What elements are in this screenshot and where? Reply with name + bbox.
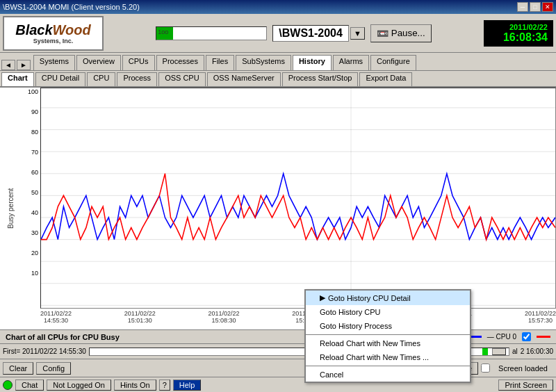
server-section: 1oo \BWS1-2004 ▼ 📼 Pause... [104,24,484,42]
scroll-thumb[interactable] [492,348,506,355]
nav-forward-button[interactable]: ► [17,60,31,70]
subtab-cpu-detail[interactable]: CPU Detail [35,72,85,86]
y-tick-20: 20 [21,250,40,256]
print-screen-button[interactable]: Print Screen [498,379,553,391]
ctx-reload-new-times[interactable]: Reload Chart with New Times [306,336,470,350]
red-line [41,174,555,240]
nav-processes[interactable]: Processes [156,55,204,70]
date-display: 2011/02/22 [489,23,548,31]
ctx-item-label-4: Reload Chart with New Times ... [320,353,429,361]
chart-and-controls: Busy percent 100 90 80 70 60 50 40 [0,88,556,343]
content-area: Busy percent 100 90 80 70 60 50 40 [0,88,556,392]
time-display: 16:08:34 [489,31,548,44]
server-dropdown-button[interactable]: ▼ [350,27,365,40]
y-tick-10: 10 [21,270,40,277]
ctx-reload-new-times-ellipsis[interactable]: Reload Chart with New Times ... [306,350,470,364]
ctx-goto-process[interactable]: Goto History Process [306,319,470,333]
datetime-box: 2011/02/22 16:08:34 [484,20,553,47]
nav-tabs: ◄ ► Systems Overview CPUs Processes File… [0,53,556,71]
last-label: al [512,348,518,355]
nav-configure[interactable]: Configure [370,55,416,70]
x-label-2: 2011/02/2215:01:30 [124,310,156,329]
resume-checkbox[interactable] [481,364,490,373]
clear-button[interactable]: Clear [3,362,33,375]
pause-button[interactable]: 📼 Pause... [370,24,432,42]
subtab-chart[interactable]: Chart [1,72,34,86]
chat-button[interactable]: Chat [15,379,44,391]
last-time: 2 16:00:30 [521,348,553,355]
title-bar-controls: ─ □ ✕ [517,2,553,12]
y-axis-label: Busy percent [0,88,21,329]
nav-systems[interactable]: Systems [33,55,75,70]
question-button[interactable]: ? [159,379,170,391]
subtab-oss-cpu[interactable]: OSS CPU [158,72,206,86]
x-label-3: 2011/02/2215:08:30 [208,310,239,329]
nav-subsystems[interactable]: SubSystems [236,55,291,70]
app-bottom-bar: Chat Not Logged On Hints On ? Help Print… [0,377,556,392]
chart-area[interactable] [40,88,556,309]
subtab-process-start-stop[interactable]: Process Start/Stop [282,72,359,86]
ctx-cancel[interactable]: Cancel [306,368,470,382]
ctx-separator [306,334,470,335]
hints-button[interactable]: Hints On [114,379,156,391]
y-tick-70: 70 [21,149,40,156]
cassette-icon: 📼 [377,28,389,39]
close-button[interactable]: ✕ [542,2,553,12]
y-tick-60: 60 [21,170,40,176]
bottom-bar: Clear Config Resume Screen loaded [0,359,556,377]
y-tick-100: 100 [21,89,40,95]
logo-wood: Wood [53,22,91,38]
help-button[interactable]: Help [173,379,202,391]
ctx-item-label-1: Goto History CPU [320,308,380,316]
chart-main-area: Busy percent 100 90 80 70 60 50 40 [0,88,556,329]
y-tick-80: 80 [21,129,40,136]
maximize-button[interactable]: □ [530,2,541,12]
x-axis-labels: 2011/02/2214:55:30 2011/02/2215:01:30 20… [21,309,556,329]
nav-cpus[interactable]: CPUs [122,55,155,70]
chart-svg [41,88,555,308]
server-name-box: \BWS1-2004 ▼ [272,25,364,42]
server-name: \BWS1-2004 [272,25,349,42]
x-label-7: 2011/02/2215:57:30 [525,310,556,329]
subtab-oss-nameserver[interactable]: OSS NameServer [207,72,281,86]
app-status-light [3,380,13,390]
title-text: \BWS1-2004 MOMI (Client version 5.20) [3,3,140,11]
ctx-item-label-2: Goto History Process [320,322,392,330]
nav-history[interactable]: History [293,55,332,70]
logo: BlackWood Systems, Inc. [3,16,104,51]
chart-title: Chart of all CPUs for CPU Busy [6,333,120,341]
subtab-cpu[interactable]: CPU [87,72,115,86]
ctx-goto-cpu-detail[interactable]: ▶ Goto History CPU Detail [306,291,470,305]
logo-black: Black [15,22,52,38]
nav-back-button[interactable]: ◄ [1,60,15,70]
nav-overview[interactable]: Overview [76,55,121,70]
chart-row: 100 90 80 70 60 50 40 30 20 10 [21,88,556,309]
scroll-bar-indicator [482,348,488,355]
blue-line [41,174,555,240]
cpu1-legend-color [537,336,550,338]
chart-with-ticks: 100 90 80 70 60 50 40 30 20 10 [21,88,556,329]
app: \BWS1-2004 MOMI (Client version 5.20) ─ … [0,0,556,392]
config-button[interactable]: Config [36,362,71,375]
status-message: Screen loaded [493,363,553,374]
x-label-1: 2011/02/2214:55:30 [40,310,72,329]
nav-alarms[interactable]: Alarms [333,55,369,70]
ctx-item-label-3: Reload Chart with New Times [320,339,420,348]
y-tick-90: 90 [21,109,40,115]
ctx-item-label-5: Cancel [320,370,343,379]
minimize-button[interactable]: ─ [517,2,528,12]
logo-systems: Systems, Inc. [33,38,74,44]
y-tick-50: 50 [21,190,40,196]
not-logged-button[interactable]: Not Logged On [47,379,111,391]
context-menu: ▶ Goto History CPU Detail Goto History C… [304,289,471,383]
cpu0-label: — CPU 0 [487,333,516,341]
nav-files[interactable]: Files [206,55,234,70]
first-label: First= 2011/02/22 14:55:30 [3,348,86,355]
subtab-export-data[interactable]: Export Data [359,72,412,86]
cpu1-checkbox[interactable] [522,332,531,341]
ctx-separator-2 [306,366,470,366]
legend-row: Chart of all CPUs for CPU Busy <- Scroll… [0,329,556,343]
cpu-usage-bar: 1oo [156,26,267,40]
subtab-process[interactable]: Process [117,72,157,86]
ctx-goto-cpu[interactable]: Goto History CPU [306,305,470,319]
